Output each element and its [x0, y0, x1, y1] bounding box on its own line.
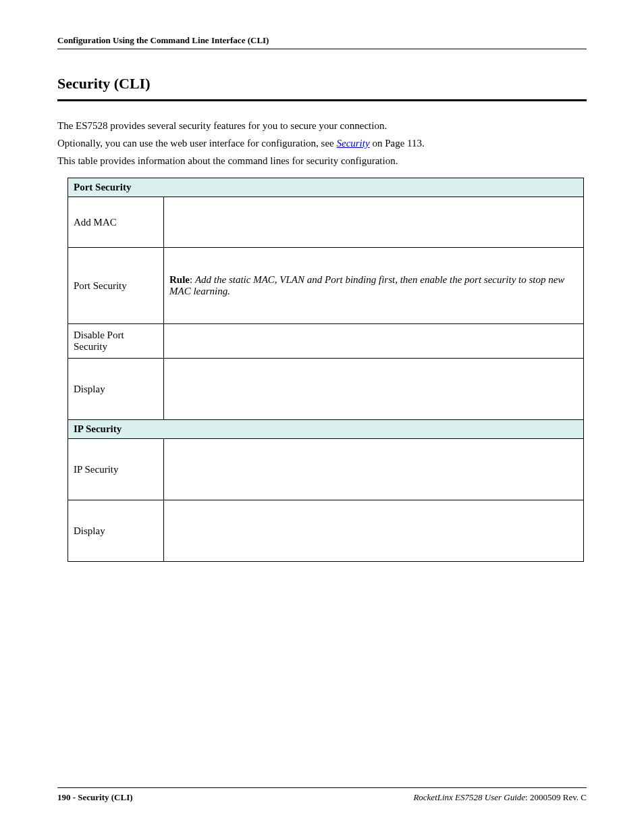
page-footer: 190 - Security (CLI) RocketLinx ES7528 U… — [57, 787, 587, 803]
table-row: Display — [68, 500, 584, 562]
row-content — [164, 439, 584, 500]
intro-paragraph-2: Optionally, you can use the web user int… — [57, 136, 587, 151]
footer-sep: : — [525, 792, 530, 802]
security-xref-link[interactable]: Security — [336, 138, 369, 149]
rule-text: Add the static MAC, VLAN and Port bindin… — [169, 274, 564, 296]
footer-rev: 2000509 Rev. C — [530, 792, 587, 802]
row-content — [164, 500, 584, 562]
row-label-ip-security: IP Security — [68, 439, 164, 500]
footer-right: RocketLinx ES7528 User Guide: 2000509 Re… — [413, 792, 587, 803]
table-row: IP Security — [68, 439, 584, 500]
row-label-display: Display — [68, 359, 164, 420]
footer-product: RocketLinx ES7528 User Guide — [413, 792, 525, 802]
running-header: Configuration Using the Command Line Int… — [57, 35, 587, 49]
intro-paragraph-1: The ES7528 provides several security fea… — [57, 119, 587, 134]
rule-label: Rule — [169, 274, 190, 285]
row-label-port-security: Port Security — [68, 248, 164, 324]
table-row: Display — [68, 359, 584, 420]
row-content-rule: Rule: Add the static MAC, VLAN and Port … — [164, 248, 584, 324]
title-rule — [57, 99, 587, 101]
table-row: Add MAC — [68, 197, 584, 248]
rule-sep: : — [190, 274, 195, 285]
table-section-row: Port Security — [68, 178, 584, 197]
page-title: Security (CLI) — [57, 75, 587, 95]
table-row: Port Security Rule: Add the static MAC, … — [68, 248, 584, 324]
intro-p2-post: on Page 113. — [370, 138, 425, 149]
row-content — [164, 324, 584, 359]
row-label-disable-port-security: Disable Port Security — [68, 324, 164, 359]
row-content — [164, 197, 584, 248]
table-section-row: IP Security — [68, 420, 584, 439]
intro-paragraph-3: This table provides information about th… — [57, 154, 587, 169]
ip-security-header: IP Security — [68, 420, 584, 439]
port-security-header: Port Security — [68, 178, 584, 197]
row-label-display-ip: Display — [68, 500, 164, 562]
row-label-add-mac: Add MAC — [68, 197, 164, 248]
row-content — [164, 359, 584, 420]
page: Configuration Using the Command Line Int… — [0, 0, 644, 834]
cli-table: Port Security Add MAC Port Security Rule… — [68, 178, 584, 562]
table-row: Disable Port Security — [68, 324, 584, 359]
intro-p2-pre: Optionally, you can use the web user int… — [57, 138, 336, 149]
footer-left: 190 - Security (CLI) — [57, 792, 133, 803]
